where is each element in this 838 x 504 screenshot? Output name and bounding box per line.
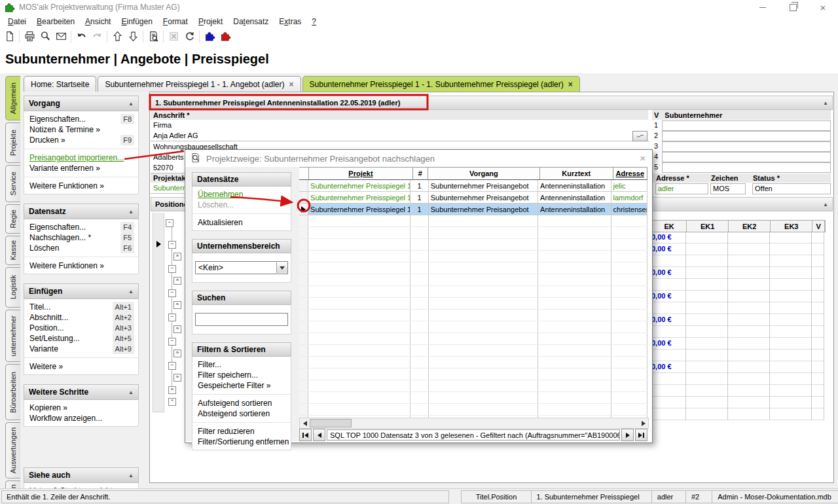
price-grid-cell[interactable] xyxy=(728,325,770,337)
scrollbar-thumb[interactable] xyxy=(310,419,352,427)
toolbar-redo-disabled-icon[interactable] xyxy=(89,29,105,44)
adresse-field[interactable]: adler xyxy=(655,183,708,194)
tree-node-toggle[interactable]: − xyxy=(166,219,173,227)
price-grid-cell[interactable] xyxy=(812,349,824,361)
row-selector-cell[interactable] xyxy=(153,387,164,400)
price-grid-cell[interactable]: 0,00 € xyxy=(651,231,686,243)
tree-node-toggle[interactable]: » xyxy=(173,301,181,309)
price-grid-cell[interactable] xyxy=(812,255,824,266)
tree-node-toggle[interactable]: − xyxy=(168,265,176,273)
dialog-grid-cell[interactable]: 1 xyxy=(410,192,429,203)
menu-item-ansicht[interactable]: Ansicht xyxy=(80,16,116,27)
toolbar-undo-icon[interactable] xyxy=(73,29,89,44)
price-grid-cell[interactable] xyxy=(686,278,728,290)
tab-close-icon[interactable]: × xyxy=(568,80,573,89)
sidebar-action-weitere-funktionen[interactable]: Weitere Funktionen » xyxy=(24,261,138,271)
toolbar-export-disabled-icon[interactable] xyxy=(166,29,181,44)
dialog-grid-cell[interactable]: Subunternehmer Preisangebot xyxy=(429,192,538,203)
collapse-caret-icon[interactable]: ▲ xyxy=(128,101,134,107)
dialog-grid-column-kurztext[interactable]: Kurztext xyxy=(540,168,613,179)
price-grid-cell[interactable] xyxy=(770,290,812,302)
price-grid-cell[interactable] xyxy=(728,337,770,349)
price-grid-cell[interactable] xyxy=(651,384,686,396)
price-grid-cell[interactable] xyxy=(686,396,728,408)
row-selector-cell[interactable] xyxy=(153,399,164,412)
dialog-horizontal-scrollbar[interactable] xyxy=(299,418,649,429)
tab-close-icon[interactable]: × xyxy=(289,80,294,89)
dialog-grid-cell[interactable]: Subunternehmer Preisangebot xyxy=(429,180,538,191)
row-selector-cell[interactable] xyxy=(153,312,164,325)
price-grid-cell[interactable] xyxy=(812,408,824,420)
price-grid-cell[interactable] xyxy=(728,408,770,420)
address-field-line-1[interactable]: Firma xyxy=(151,120,649,131)
price-grid-cell[interactable] xyxy=(686,337,728,349)
module-tab-b-roarbeiten[interactable]: Büroarbeiten xyxy=(5,364,20,420)
sidebar-action-workflow-anzeigen[interactable]: Workflow anzeigen... xyxy=(24,413,138,423)
dialog-grid-cell[interactable]: lammdorf xyxy=(611,192,647,203)
dialog-grid-cell[interactable]: 1 xyxy=(410,180,429,191)
dialog-close-icon[interactable]: × xyxy=(640,153,646,164)
price-grid-cell[interactable] xyxy=(812,396,824,408)
dialog-search-input[interactable] xyxy=(195,313,288,326)
tree-node-toggle[interactable]: * xyxy=(168,398,176,406)
collapse-caret-icon[interactable]: ▲ xyxy=(128,289,134,295)
module-tab-allgemein[interactable]: Allgemein xyxy=(5,76,20,120)
price-grid-cell[interactable] xyxy=(812,337,824,349)
dialog-grid-row-2[interactable]: Subunternehmer Preisspiegel 11Subunterne… xyxy=(299,192,647,204)
price-grid-cell[interactable] xyxy=(686,266,728,278)
tree-node-toggle[interactable]: − xyxy=(168,362,176,370)
row-selector-cell[interactable] xyxy=(153,337,164,350)
row-selector-cell[interactable] xyxy=(153,300,164,313)
price-grid-cell[interactable] xyxy=(812,231,824,243)
row-selector-cell[interactable] xyxy=(299,204,308,215)
price-grid-cell[interactable] xyxy=(728,302,770,314)
dialog-action-aufsteigend-sortieren[interactable]: Aufsteigend sortieren xyxy=(192,398,291,408)
module-tab-unternehmer[interactable]: unternehmer xyxy=(5,310,20,362)
dialog-action-filter-reduzieren[interactable]: Filter reduzieren xyxy=(192,426,291,437)
price-grid-cell[interactable] xyxy=(770,349,812,361)
menu-item-item[interactable]: ? xyxy=(306,16,321,27)
price-grid-cell[interactable] xyxy=(770,396,812,408)
price-grid-cell[interactable] xyxy=(812,325,824,337)
price-grid-cell[interactable] xyxy=(770,337,812,349)
toolbar-document-search-icon[interactable] xyxy=(145,29,161,44)
menu-item-bearbeiten[interactable]: Bearbeiten xyxy=(31,16,80,27)
price-grid-column-ek2[interactable]: EK2 xyxy=(729,221,771,232)
sidebar-action-titel[interactable]: Titel...Alt+1 xyxy=(24,302,138,312)
dialog-grid-cell[interactable]: Subunternehmer Preisspiegel 1 xyxy=(308,192,410,203)
price-grid-cell[interactable] xyxy=(812,372,824,384)
dialog-grid-cell[interactable]: Subunternehmer Preisspiegel 1 xyxy=(308,204,410,215)
dialog-grid-cell[interactable]: 1 xyxy=(410,204,429,215)
price-grid-cell[interactable] xyxy=(812,266,824,278)
minimize-button[interactable] xyxy=(748,0,778,14)
price-grid-cell[interactable] xyxy=(651,255,686,266)
price-grid-cell[interactable] xyxy=(728,314,770,325)
price-grid-cell[interactable] xyxy=(770,372,812,384)
price-grid-cell[interactable]: 0,00 € xyxy=(651,266,686,278)
price-grid-cell[interactable] xyxy=(686,349,728,361)
close-button[interactable]: × xyxy=(808,0,838,14)
sidebar-action-set-leistung[interactable]: Set/Leistung...Alt+5 xyxy=(24,333,138,344)
tab-subunternehmer-preisspiegel-1-1-subunter[interactable]: Subunternehmer Preisspiegel 1 - 1. Subun… xyxy=(302,76,580,92)
price-grid-cell[interactable] xyxy=(770,384,812,396)
sidebar-action-weitere-funktionen[interactable]: Weitere Funktionen » xyxy=(24,181,138,191)
price-grid-cell[interactable] xyxy=(728,255,770,266)
price-grid-cell[interactable] xyxy=(686,372,728,384)
menu-item-datei[interactable]: Datei xyxy=(3,16,31,27)
tree-node-toggle[interactable]: − xyxy=(168,314,176,321)
subcontractor-input-2[interactable] xyxy=(662,131,831,141)
dialog-action-filter[interactable]: Filter... xyxy=(192,359,291,370)
workflow-header-bar[interactable]: 1. Subunternehmer Preisspiegel Antenneni… xyxy=(151,96,833,110)
row-selector-cell[interactable] xyxy=(153,213,164,226)
price-grid-cell[interactable] xyxy=(812,302,824,314)
collapse-caret-icon[interactable]: ▲ xyxy=(823,100,828,106)
row-selector-cell[interactable] xyxy=(153,325,164,338)
dialog-grid-cell[interactable]: Subunternehmer Preisspiegel 1 xyxy=(308,180,410,191)
dialog-panel-header-suchen[interactable]: Suchen xyxy=(192,291,291,305)
collapse-caret-icon[interactable]: ▲ xyxy=(128,209,134,215)
subcontractor-input-5[interactable] xyxy=(662,162,831,173)
sidebar-panel-header-datensatz[interactable]: Datensatz▲ xyxy=(24,204,139,219)
tab-home-startseite[interactable]: Home: Startseite xyxy=(24,76,96,92)
price-grid-cell[interactable] xyxy=(686,325,728,337)
subcontractor-input-3[interactable] xyxy=(662,141,831,152)
